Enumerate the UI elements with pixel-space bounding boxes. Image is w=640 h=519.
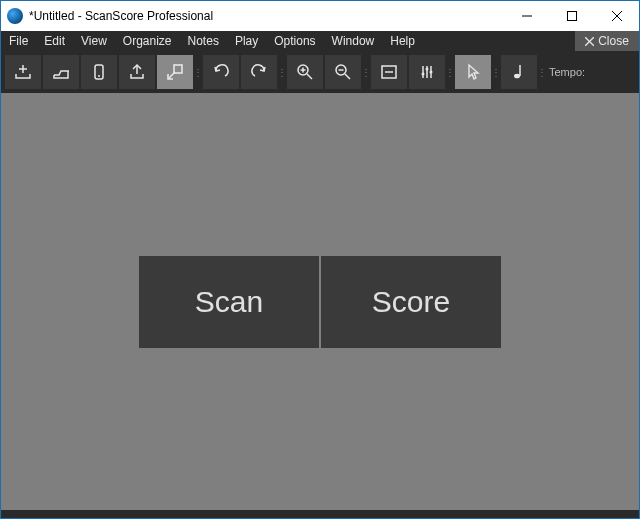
- pointer-button[interactable]: [455, 55, 491, 89]
- link-view-button[interactable]: [157, 55, 193, 89]
- svg-line-17: [345, 74, 350, 79]
- redo-button[interactable]: [241, 55, 277, 89]
- menu-edit[interactable]: Edit: [36, 31, 73, 51]
- note-button[interactable]: [501, 55, 537, 89]
- menu-file[interactable]: File: [1, 31, 36, 51]
- close-icon: [585, 37, 594, 46]
- svg-rect-11: [174, 65, 182, 73]
- svg-point-25: [426, 68, 429, 71]
- menu-window[interactable]: Window: [324, 31, 383, 51]
- undo-button[interactable]: [203, 55, 239, 89]
- content-area: Scan Score: [1, 93, 639, 510]
- empty-state-panels: Scan Score: [139, 256, 501, 348]
- scan-panel[interactable]: Scan: [139, 256, 319, 348]
- tempo-label: Tempo:: [547, 66, 589, 78]
- toolbar-separator: ⋮: [279, 55, 285, 89]
- svg-point-24: [422, 73, 425, 76]
- export-icon: [127, 62, 147, 82]
- export-button[interactable]: [119, 55, 155, 89]
- plus-tray-icon: [13, 62, 33, 82]
- close-panel-label: Close: [598, 34, 629, 48]
- toolbar-separator: ⋮: [363, 55, 369, 89]
- pointer-icon: [463, 62, 483, 82]
- zoom-in-icon: [295, 62, 315, 82]
- close-window-button[interactable]: [594, 1, 639, 31]
- sliders-icon: [417, 62, 437, 82]
- mixer-button[interactable]: [409, 55, 445, 89]
- menu-play[interactable]: Play: [227, 31, 266, 51]
- app-icon: [7, 8, 23, 24]
- title-bar: *Untitled - ScanScore Professional: [1, 1, 639, 31]
- menu-organize[interactable]: Organize: [115, 31, 180, 51]
- menu-bar: File Edit View Organize Notes Play Optio…: [1, 31, 639, 51]
- svg-rect-1: [567, 12, 576, 21]
- link-arrow-icon: [165, 62, 185, 82]
- menu-view[interactable]: View: [73, 31, 115, 51]
- window-title: *Untitled - ScanScore Professional: [29, 9, 504, 23]
- menu-notes[interactable]: Notes: [180, 31, 227, 51]
- frame-button[interactable]: [371, 55, 407, 89]
- frame-minus-icon: [379, 62, 399, 82]
- toolbar-separator: ⋮: [447, 55, 453, 89]
- maximize-button[interactable]: [549, 1, 594, 31]
- toolbar-separator: ⋮: [195, 55, 201, 89]
- window-controls: [504, 1, 639, 31]
- svg-point-9: [98, 75, 100, 77]
- svg-point-26: [430, 71, 433, 74]
- close-panel-button[interactable]: Close: [575, 31, 639, 51]
- toolbar-separator: ⋮: [493, 55, 499, 89]
- tray-icon: [51, 62, 71, 82]
- svg-point-27: [514, 74, 520, 79]
- redo-icon: [249, 62, 269, 82]
- device-icon: [89, 62, 109, 82]
- menu-options[interactable]: Options: [266, 31, 323, 51]
- device-button[interactable]: [81, 55, 117, 89]
- toolbar: ⋮ ⋮ ⋮ ⋮ ⋮ ⋮ Tempo:: [1, 51, 639, 93]
- zoom-in-button[interactable]: [287, 55, 323, 89]
- scan-add-button[interactable]: [5, 55, 41, 89]
- minimize-button[interactable]: [504, 1, 549, 31]
- score-panel[interactable]: Score: [321, 256, 501, 348]
- zoom-out-icon: [333, 62, 353, 82]
- zoom-out-button[interactable]: [325, 55, 361, 89]
- scan-tray-button[interactable]: [43, 55, 79, 89]
- status-bar: [1, 510, 639, 518]
- menu-help[interactable]: Help: [382, 31, 423, 51]
- undo-icon: [211, 62, 231, 82]
- svg-line-13: [307, 74, 312, 79]
- toolbar-separator: ⋮: [539, 55, 545, 89]
- note-icon: [509, 62, 529, 82]
